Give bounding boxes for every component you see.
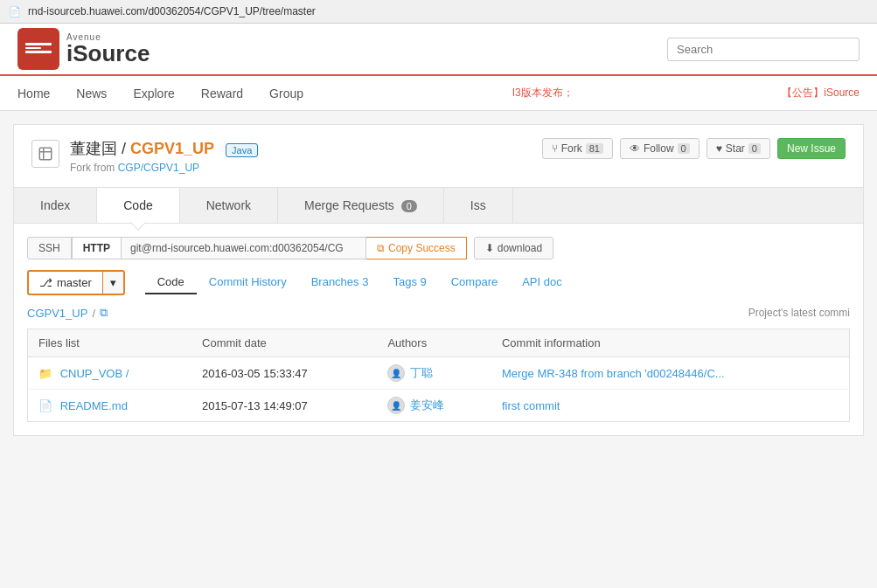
browser-bar: 📄 rnd-isourceb.huawei.com/d00362054/CGPV… (0, 0, 877, 24)
commit-info-cell: first commit (491, 390, 850, 422)
author-cell: 👤 丁聪 (377, 357, 491, 390)
file-link[interactable]: README.md (60, 399, 128, 412)
author-link[interactable]: 姜安峰 (410, 398, 444, 413)
repo-owner-link[interactable]: 董建国 (70, 140, 117, 157)
author-cell: 👤 姜安峰 (377, 390, 491, 422)
branch-dropdown-button[interactable]: ▾ (102, 272, 123, 294)
copy-button[interactable]: ⧉ Copy Success (366, 237, 467, 259)
commit-info-cell: Merge MR-348 from branch 'd00248446/C... (491, 357, 850, 390)
fork-source-link[interactable]: CGP/CGPV1_UP (118, 162, 199, 174)
commit-info-link[interactable]: first commit (502, 399, 560, 412)
file-name-cell: 📄 README.md (28, 390, 192, 422)
search-input[interactable] (667, 38, 860, 61)
sub-tab-api-doc[interactable]: API doc (510, 271, 574, 294)
copy-path-icon[interactable]: ⧉ (100, 306, 108, 320)
nav-explore[interactable]: Explore (133, 78, 174, 109)
sub-tab-compare[interactable]: Compare (439, 271, 510, 294)
latest-commit-label: Project's latest commi (748, 307, 850, 319)
sub-tab-code[interactable]: Code (145, 271, 197, 294)
svg-rect-0 (39, 148, 52, 160)
author-avatar: 👤 (387, 397, 405, 414)
repo-name-block: 董建国 / CGPV1_UP Java Fork from CGP/CGPV1_… (70, 138, 258, 174)
code-section: SSH HTTP ⧉ Copy Success ⬇ download ⎇ mas… (13, 224, 864, 436)
url-field[interactable] (122, 237, 366, 259)
logo-icon (17, 28, 59, 70)
sub-tab-commit-history[interactable]: Commit History (197, 271, 299, 294)
nav-notice2: 【公告】iSource (782, 86, 860, 100)
download-icon: ⬇ (485, 242, 494, 254)
file-link[interactable]: CNUP_VOB / (60, 367, 129, 380)
commit-date-cell: 2015-07-13 14:49:07 (191, 390, 377, 422)
nav-group[interactable]: Group (269, 78, 303, 109)
nav-home[interactable]: Home (17, 78, 50, 109)
file-icon: 📄 (38, 399, 52, 412)
url-bar: SSH HTTP ⧉ Copy Success ⬇ download (27, 237, 850, 259)
copy-icon: ⧉ (377, 242, 385, 254)
table-row: 📁 CNUP_VOB / 2016-03-05 15:33:47 👤 丁聪 Me… (28, 357, 850, 390)
fork-button[interactable]: ⑂ Fork 81 (542, 138, 613, 159)
file-table: Files list Commit date Authors Commit in… (27, 329, 850, 422)
logo-text: Avenue iSource (66, 33, 150, 65)
col-date: Commit date (191, 329, 377, 357)
breadcrumb-sep: / (92, 307, 95, 320)
table-header-row: Files list Commit date Authors Commit in… (28, 329, 850, 357)
follow-button[interactable]: 👁 Follow 0 (620, 138, 700, 159)
logo-isource: iSource (66, 42, 150, 65)
star-count: 0 (748, 143, 761, 154)
tab-merge[interactable]: Merge Requests 0 (278, 188, 444, 223)
new-issue-button[interactable]: New Issue (777, 138, 846, 159)
page-icon: 📄 (9, 6, 21, 17)
sub-tab-branches[interactable]: Branches 3 (299, 271, 381, 294)
col-authors: Authors (377, 329, 491, 357)
nav-bar: Home News Explore Reward Group I3版本发布； 【… (0, 76, 877, 111)
tab-code[interactable]: Code (97, 188, 179, 223)
tab-network[interactable]: Network (180, 188, 278, 223)
fork-from: Fork from CGP/CGPV1_UP (70, 162, 258, 174)
breadcrumb: CGPV1_UP / ⧉ Project's latest commi (27, 306, 850, 320)
branch-name: ⎇ master (29, 272, 102, 294)
download-button[interactable]: ⬇ download (474, 237, 553, 259)
star-button[interactable]: ♥ Star 0 (706, 138, 770, 159)
eye-icon: 👁 (630, 142, 640, 155)
merge-badge: 0 (401, 200, 417, 212)
http-tab[interactable]: HTTP (72, 237, 122, 259)
header: Avenue iSource (0, 24, 877, 76)
repo-header: 董建国 / CGPV1_UP Java Fork from CGP/CGPV1_… (13, 124, 864, 188)
logo-area: Avenue iSource (17, 28, 150, 70)
follow-count: 0 (678, 143, 690, 154)
nav-news[interactable]: News (76, 78, 107, 109)
nav-notice1: I3版本发布； (512, 86, 574, 100)
tab-index[interactable]: Index (14, 188, 97, 223)
branch-icon: ⎇ (39, 276, 52, 289)
nav-reward[interactable]: Reward (201, 78, 243, 109)
heart-icon: ♥ (716, 142, 722, 155)
author-avatar: 👤 (387, 364, 405, 382)
commit-info-link[interactable]: Merge MR-348 from branch 'd00248446/C... (502, 367, 725, 380)
repo-icon (31, 140, 59, 168)
col-files: Files list (28, 329, 192, 357)
repo-name-link[interactable]: CGPV1_UP (130, 140, 214, 157)
branch-code-bar: ⎇ master ▾ Code Commit History Branches … (27, 270, 850, 295)
repo-title-area: 董建国 / CGPV1_UP Java Fork from CGP/CGPV1_… (31, 138, 258, 174)
url-text: rnd-isourceb.huawei.com/d00362054/CGPV1_… (28, 5, 316, 17)
author-link[interactable]: 丁聪 (410, 365, 433, 381)
language-badge: Java (226, 143, 258, 157)
tab-issues[interactable]: Iss (444, 188, 513, 223)
folder-icon: 📁 (38, 367, 52, 380)
col-commit-info: Commit information (491, 329, 850, 357)
fork-icon: ⑂ (552, 142, 558, 155)
table-row: 📄 README.md 2015-07-13 14:49:07 👤 姜安峰 fi… (28, 390, 850, 422)
repo-tabs: Index Code Network Merge Requests 0 Iss (13, 188, 864, 224)
code-sub-tabs: Code Commit History Branches 3 Tags 9 Co… (145, 271, 574, 294)
file-name-cell: 📁 CNUP_VOB / (28, 357, 192, 390)
fork-count: 81 (586, 143, 603, 154)
branch-selector: ⎇ master ▾ (27, 270, 125, 295)
repo-separator: / (122, 140, 126, 157)
repo-actions: ⑂ Fork 81 👁 Follow 0 ♥ Star 0 New Issue (542, 138, 846, 159)
sub-tab-tags[interactable]: Tags 9 (380, 271, 438, 294)
ssh-tab[interactable]: SSH (27, 237, 72, 259)
commit-date-cell: 2016-03-05 15:33:47 (191, 357, 377, 390)
breadcrumb-root[interactable]: CGPV1_UP (27, 307, 87, 320)
